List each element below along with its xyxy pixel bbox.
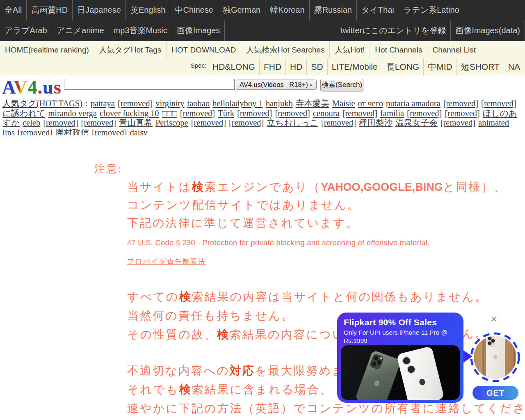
camera-lens-icon: [406, 364, 416, 374]
disclaimer-line: 下記の法律に準じて運営されています。: [127, 215, 359, 231]
iphone-green-image: [355, 350, 401, 400]
disclaimer-line: 不適切な内容への対応を最大限努めま: [127, 363, 345, 379]
ad-circle-badge[interactable]: [470, 332, 520, 383]
disclaimer-line: コンテンツ配信サイトではありません。: [127, 197, 360, 213]
iphone-white-image: [396, 346, 444, 400]
iphone-photo-circle: [474, 336, 516, 379]
camera-module-icon: [487, 336, 495, 347]
apple-logo-icon: [493, 355, 497, 359]
apple-logo-icon: [374, 380, 380, 387]
disclaimer-line: それでも検索結果に含まれる場合、: [127, 382, 333, 397]
disclaimer-line: すべての検索結果の内容は当サイトと何の関係もありません。: [127, 289, 488, 305]
apple-logo-icon: [419, 378, 426, 386]
iphone-back-image: [486, 336, 505, 379]
ad-popup[interactable]: Flipkart 90% Off Sales Only For UPI user…: [337, 313, 463, 403]
disclaimer-line: 速やかに下記の方法（英語）でコンテンツの所有者に連絡してください: [127, 401, 525, 416]
disclaimer-line: 当サイトは検索エンジンであり（YAHOO,GOOGLE,BINGと同様）、: [127, 179, 507, 195]
notice-heading: 注意:: [94, 162, 122, 176]
uscode-link[interactable]: 47 U.S. Code § 230 - Protection for priv…: [127, 238, 429, 247]
ad-subtitle: Only For UPI users iPhone 11 Pro @ Rs.19…: [344, 329, 457, 345]
disclaimer-line: その性質の故、検索結果の内容につい: [127, 327, 345, 342]
disclaimer-line: 当然何の責任も持ちません。: [127, 308, 294, 324]
ad-title: Flipkart 90% Off Sales: [344, 317, 457, 327]
ad-product-image[interactable]: [341, 345, 460, 400]
get-button[interactable]: GET: [472, 386, 518, 400]
camera-lens-icon: [401, 356, 411, 366]
close-icon[interactable]: ×: [491, 313, 497, 325]
provider-law-link[interactable]: プロバイダ責任制限法: [127, 257, 206, 266]
camera-module-icon: [369, 353, 384, 370]
